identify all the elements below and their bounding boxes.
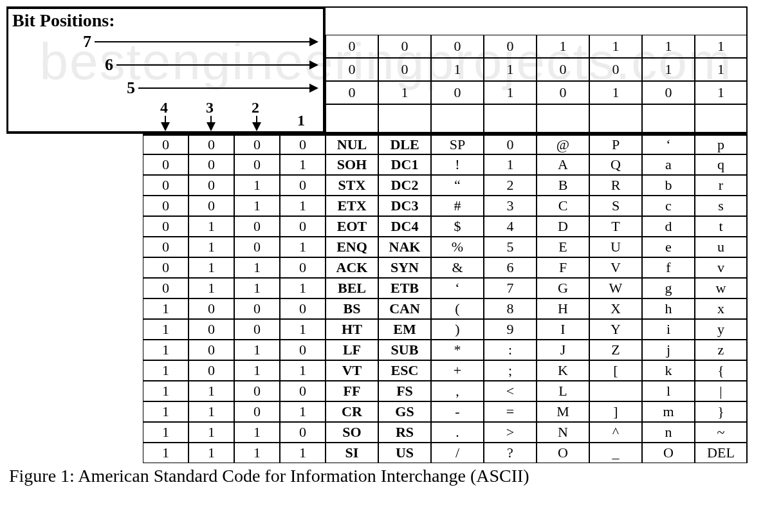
col-bit-row5-5: 1 [589, 81, 642, 104]
ascii-cell-9-4: I [537, 319, 589, 340]
row-bit-14-3: 0 [280, 422, 326, 443]
col-empty-5 [589, 104, 642, 134]
ascii-cell-8-7: x [695, 298, 748, 319]
ascii-cell-12-5 [589, 381, 642, 401]
row-bit-8-3: 0 [280, 298, 326, 319]
row-bit-15-2: 1 [234, 443, 280, 463]
col-bit-row6-3: 1 [484, 58, 537, 81]
col-bit-row6-2: 1 [431, 58, 484, 81]
row-bit-8-0: 1 [143, 298, 188, 319]
row-blank-15 [6, 443, 143, 463]
arrow-bit7-icon [95, 41, 317, 42]
ascii-cell-5-2: % [431, 237, 484, 257]
col-bit-row6-0: 0 [326, 58, 378, 81]
ascii-cell-3-0: ETX [326, 196, 378, 216]
row-bit-6-0: 0 [143, 257, 188, 278]
ascii-cell-5-4: E [537, 237, 589, 257]
ascii-cell-14-5: ^ [589, 422, 642, 443]
ascii-cell-9-0: HT [326, 319, 378, 340]
ascii-cell-9-5: Y [589, 319, 642, 340]
col-bit-row5-4: 0 [537, 81, 589, 104]
ascii-cell-9-6: i [642, 319, 695, 340]
ascii-cell-8-6: h [642, 298, 695, 319]
row-bit-13-2: 0 [234, 401, 280, 422]
row-bit-7-2: 1 [234, 278, 280, 298]
ascii-cell-15-7: DEL [695, 443, 748, 463]
ascii-cell-7-1: ETB [378, 278, 431, 298]
ascii-cell-11-6: k [642, 360, 695, 381]
row-bit-11-0: 1 [143, 360, 188, 381]
ascii-cell-2-7: r [695, 175, 748, 196]
ascii-cell-14-4: N [537, 422, 589, 443]
ascii-cell-14-0: SO [326, 422, 378, 443]
ascii-cell-10-1: SUB [378, 340, 431, 360]
row-bit-12-2: 0 [234, 381, 280, 401]
ascii-cell-13-1: GS [378, 401, 431, 422]
ascii-cell-15-3: ? [484, 443, 537, 463]
row-bit-2-1: 0 [188, 175, 234, 196]
ascii-cell-1-7: q [695, 154, 748, 175]
row-bit-0-2: 0 [234, 134, 280, 154]
row-blank-4 [6, 216, 143, 237]
ascii-cell-12-6: l [642, 381, 695, 401]
row-bit-1-1: 0 [188, 154, 234, 175]
ascii-cell-6-7: v [695, 257, 748, 278]
ascii-cell-8-0: BS [326, 298, 378, 319]
ascii-cell-12-7: | [695, 381, 748, 401]
ascii-cell-11-3: ; [484, 360, 537, 381]
ascii-cell-0-6: ‘ [642, 134, 695, 154]
row-bit-10-2: 1 [234, 340, 280, 360]
ascii-cell-9-2: ) [431, 319, 484, 340]
row-bit-4-1: 1 [188, 216, 234, 237]
row-bit-10-3: 0 [280, 340, 326, 360]
ascii-cell-14-1: RS [378, 422, 431, 443]
ascii-cell-3-2: # [431, 196, 484, 216]
row-bit-11-3: 1 [280, 360, 326, 381]
ascii-cell-2-1: DC2 [378, 175, 431, 196]
ascii-cell-2-3: 2 [484, 175, 537, 196]
ascii-cell-2-6: b [642, 175, 695, 196]
col-empty-6 [642, 104, 695, 134]
ascii-cell-10-3: : [484, 340, 537, 360]
row-bit-12-3: 0 [280, 381, 326, 401]
ascii-cell-3-7: s [695, 196, 748, 216]
row-bit-9-1: 0 [188, 319, 234, 340]
bit1-label: 1 [297, 112, 305, 129]
ascii-cell-13-3: = [484, 401, 537, 422]
row-bit-2-0: 0 [143, 175, 188, 196]
ascii-cell-0-7: p [695, 134, 748, 154]
ascii-cell-10-0: LF [326, 340, 378, 360]
col-bit-row6-6: 1 [642, 58, 695, 81]
row-blank-10 [6, 340, 143, 360]
col-bit-row7-5: 1 [589, 35, 642, 58]
row-blank-2 [6, 175, 143, 196]
ascii-cell-13-6: m [642, 401, 695, 422]
row-bit-2-3: 0 [280, 175, 326, 196]
ascii-cell-4-7: t [695, 216, 748, 237]
ascii-cell-15-4: O [537, 443, 589, 463]
figure-caption: Figure 1: American Standard Code for Inf… [6, 466, 759, 486]
ascii-cell-7-0: BEL [326, 278, 378, 298]
row-bit-3-3: 1 [280, 196, 326, 216]
ascii-cell-11-7: { [695, 360, 748, 381]
row-bit-13-0: 1 [143, 401, 188, 422]
row-blank-9 [6, 319, 143, 340]
ascii-cell-10-7: z [695, 340, 748, 360]
ascii-cell-10-4: J [537, 340, 589, 360]
ascii-cell-10-5: Z [589, 340, 642, 360]
ascii-cell-13-4: M [537, 401, 589, 422]
ascii-cell-3-1: DC3 [378, 196, 431, 216]
col-bit-row7-0: 0 [326, 35, 378, 58]
ascii-cell-8-2: ( [431, 298, 484, 319]
ascii-cell-12-0: FF [326, 381, 378, 401]
ascii-cell-4-2: $ [431, 216, 484, 237]
ascii-cell-0-1: DLE [378, 134, 431, 154]
ascii-cell-11-5: [ [589, 360, 642, 381]
ascii-cell-14-3: > [484, 422, 537, 443]
ascii-cell-5-3: 5 [484, 237, 537, 257]
ascii-cell-2-5: R [589, 175, 642, 196]
row-bit-15-0: 1 [143, 443, 188, 463]
ascii-cell-7-5: W [589, 278, 642, 298]
row-bit-7-0: 0 [143, 278, 188, 298]
ascii-cell-7-4: G [537, 278, 589, 298]
